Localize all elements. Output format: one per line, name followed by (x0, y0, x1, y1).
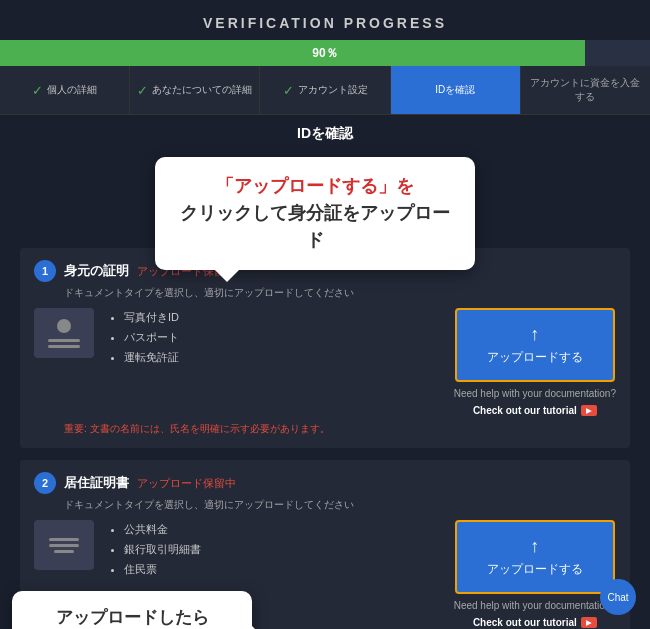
step-about-label: あなたについての詳細 (152, 83, 252, 97)
doc1-warning: 重要: 文書の名前には、氏名を明確に示す必要があります。 (64, 422, 616, 436)
doc1-tutorial-link[interactable]: Check out our tutorial ▶ (473, 405, 597, 416)
main-content: IDを確認 「アップロードする」を クリックして身分証をアップロード 1 身元の… (0, 115, 650, 629)
tooltip-normal: クリックして身分証をアップロード (180, 203, 450, 250)
doc1-item-3: 運転免許証 (124, 348, 179, 368)
step-verify-id-label: IDを確認 (435, 83, 475, 97)
step-account-label: アカウント設定 (298, 83, 368, 97)
progress-label: 90％ (312, 46, 337, 60)
step-personal-label: 個人の詳細 (47, 83, 97, 97)
doc2-tutorial-link-text: Check out our tutorial (473, 617, 577, 628)
doc2-title: 居住証明書 (64, 474, 129, 492)
step-verify-id[interactable]: IDを確認 (391, 66, 521, 114)
line-1 (49, 538, 79, 541)
tooltip-next: アップロードしたら 「次」をクリックして完了 (12, 591, 252, 629)
doc1-person-icon (48, 319, 80, 348)
doc2-number: 2 (34, 472, 56, 494)
chat-label: Chat (607, 592, 628, 603)
steps-nav: ✓ 個人の詳細 ✓ あなたについての詳細 ✓ アカウント設定 IDを確認 アカウ… (0, 66, 650, 115)
youtube-icon-2: ▶ (581, 617, 597, 628)
doc1-tutorial-text: Need help with your documentation? (454, 388, 616, 399)
page-title: VERIFICATION PROGRESS (203, 15, 447, 31)
step-fund[interactable]: アカウントに資金を入金する (521, 66, 650, 114)
step-account[interactable]: ✓ アカウント設定 (260, 66, 390, 114)
doc1-list: 写真付きID パスポート 運転免許証 (108, 308, 179, 367)
tooltip-highlight: 「アップロードする」を (216, 176, 414, 196)
doc2-list: 公共料金 銀行取引明細書 住民票 (108, 520, 201, 579)
doc2-item-1: 公共料金 (124, 520, 201, 540)
doc1-icon (34, 308, 94, 358)
upload-label-2: アップロードする (487, 561, 583, 578)
upload-icon-2: ↑ (530, 536, 539, 557)
step-about[interactable]: ✓ あなたについての詳細 (130, 66, 260, 114)
doc2-item-2: 銀行取引明細書 (124, 540, 201, 560)
doc2-icon (34, 520, 94, 570)
header: VERIFICATION PROGRESS (0, 0, 650, 40)
step-fund-label: アカウントに資金を入金する (527, 76, 644, 104)
check-icon-about: ✓ (137, 83, 148, 98)
doc1-upload-area: ↑ アップロードする Need help with your documenta… (454, 308, 616, 416)
step-personal[interactable]: ✓ 個人の詳細 (0, 66, 130, 114)
upload-icon-1: ↑ (530, 324, 539, 345)
doc1-subtitle: ドキュメントタイプを選択し、適切にアップロードしてください (64, 286, 616, 300)
tooltip-next-line1: アップロードしたら (56, 608, 209, 627)
line-2 (49, 544, 79, 547)
doc1-title: 身元の証明 (64, 262, 129, 280)
doc-section-1: 1 身元の証明 アップロード保留中 ドキュメントタイプを選択し、適切にアップロー… (20, 248, 630, 448)
upload-button-2[interactable]: ↑ アップロードする (455, 520, 615, 594)
doc1-body: 写真付きID パスポート 運転免許証 ↑ アップロードする Need help … (34, 308, 616, 416)
section-heading: IDを確認 (20, 125, 630, 143)
check-icon-personal: ✓ (32, 83, 43, 98)
doc2-subtitle: ドキュメントタイプを選択し、適切にアップロードしてください (64, 498, 616, 512)
progress-container: 90％ (0, 40, 650, 66)
doc1-item-2: パスポート (124, 328, 179, 348)
line-3 (54, 550, 74, 553)
upload-button-1[interactable]: ↑ アップロードする (455, 308, 615, 382)
tooltip-upload: 「アップロードする」を クリックして身分証をアップロード (155, 157, 475, 270)
doc1-number: 1 (34, 260, 56, 282)
chat-button[interactable]: Chat (600, 579, 636, 615)
doc2-tutorial-link[interactable]: Check out our tutorial ▶ (473, 617, 597, 628)
doc2-tutorial-text: Need help with your documentation? (454, 600, 616, 611)
doc2-status: アップロード保留中 (137, 476, 236, 491)
progress-bar (0, 40, 585, 66)
upload-label-1: アップロードする (487, 349, 583, 366)
doc2-header: 2 居住証明書 アップロード保留中 (34, 472, 616, 494)
doc1-item-1: 写真付きID (124, 308, 179, 328)
doc2-item-3: 住民票 (124, 560, 201, 580)
doc2-upload-area: ↑ アップロードする Need help with your documenta… (454, 520, 616, 628)
check-icon-account: ✓ (283, 83, 294, 98)
doc2-lines-icon (49, 538, 79, 553)
doc1-tutorial-link-text: Check out our tutorial (473, 405, 577, 416)
youtube-icon-1: ▶ (581, 405, 597, 416)
